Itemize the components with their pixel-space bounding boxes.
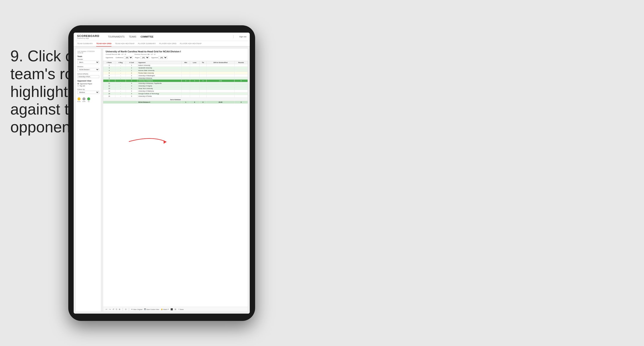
nav-tournaments[interactable]: TOURNAMENTS <box>108 35 124 38</box>
sign-out-link[interactable]: Sign out <box>239 36 246 38</box>
history-icon[interactable]: ⊕ <box>119 308 120 310</box>
table-row[interactable]: 2-1Auburn University <box>103 64 248 67</box>
cell-rank: 8 <box>103 74 115 77</box>
table-row[interactable]: 4-1Arizona State University <box>103 69 248 72</box>
clock-icon[interactable]: ⊙ <box>125 308 127 310</box>
cell-win <box>182 87 190 90</box>
top-nav: SCOREBOARD Powered by clippi TOURNAMENTS… <box>74 33 250 41</box>
nav-separator <box>234 35 234 38</box>
screen-icon[interactable]: ⬛ <box>170 308 173 310</box>
cell-tie <box>199 90 206 92</box>
cell-win <box>182 92 190 95</box>
table-row[interactable]: 6-2Florida State University <box>103 72 248 74</box>
opponent-select[interactable]: (All) <box>158 56 167 59</box>
grid-title: University of North Carolina Head-to-Hea… <box>106 50 245 53</box>
conference-label: Conference <box>116 57 123 58</box>
division-label: Division <box>77 66 99 67</box>
cell-opponent: University of Virginia <box>138 85 182 87</box>
cell-conf: 5 <box>126 80 138 82</box>
colour-by-dropdown[interactable]: Win/loss <box>77 91 99 94</box>
cell-diff <box>206 85 234 87</box>
gender-label: Gender <box>77 58 99 60</box>
refresh-icon[interactable]: ↺ <box>112 308 114 310</box>
radio-opponents-played[interactable]: Opponents Played <box>77 83 99 84</box>
school-rank-box[interactable]: University of Nort... <box>77 75 99 78</box>
opponent-view-section: Opponent View Opponents Played Top 100 <box>77 80 99 87</box>
col-win: Win <box>182 61 190 64</box>
nav-teams[interactable]: TEAMS <box>129 35 136 38</box>
out-of-division-header: Out of division <box>103 98 248 101</box>
cell-ood-tie: 0 <box>199 101 206 104</box>
cell-rank: 15 <box>103 92 115 95</box>
cell-rank: 16 <box>103 95 115 98</box>
table-row[interactable]: 12-3University of Virginia <box>103 85 248 87</box>
subnav-player-h2h-heatmap[interactable]: PLAYER H2H HEATMAP <box>180 41 202 46</box>
legend-row: Down Level Up <box>77 97 99 102</box>
region-select[interactable]: (All) <box>140 56 149 59</box>
cell-loss <box>190 92 199 95</box>
cell-reg: - <box>115 92 126 95</box>
cell-loss <box>190 67 199 69</box>
share-btn[interactable]: ↗ Share <box>178 309 184 310</box>
table-row[interactable]: 13-1Texas Tech University <box>103 87 248 90</box>
cell-opponent: University of Florida <box>138 95 182 98</box>
cell-rounds <box>234 64 248 67</box>
subnav-player-summary[interactable]: PLAYER SUMMARY <box>138 41 156 46</box>
subnav-player-h2h-grid[interactable]: PLAYER H2H GRID <box>159 41 176 46</box>
cell-reg: - <box>115 82 126 85</box>
cell-win <box>182 82 190 85</box>
cell-reg: - <box>115 87 126 90</box>
subnav-team-summary[interactable]: TEAM SUMMARY <box>77 41 93 46</box>
cell-conf: 4 <box>126 92 138 95</box>
eye-icon: 👁 <box>131 309 133 310</box>
overall-record: Overall Record: 89 - 17 - 0 <box>106 53 126 55</box>
colour-by-section: Colour by Win/loss <box>77 88 99 96</box>
legend-up: Up <box>87 97 90 102</box>
cell-conf: 2 <box>126 72 138 74</box>
table-row[interactable]: 9-3University of Arizona <box>103 77 248 80</box>
tablet-device: SCOREBOARD Powered by clippi TOURNAMENTS… <box>68 25 255 321</box>
cell-conf: 3 <box>126 85 138 87</box>
table-row[interactable]: 8-2University of Washington <box>103 74 248 77</box>
cell-diff <box>206 87 234 90</box>
table-row[interactable]: 16-3University of Florida <box>103 95 248 98</box>
left-panel: Last Updated: 27/03/2024 16:55:38 Team G… <box>75 48 101 312</box>
view-original-btn[interactable]: 👁 View: Original <box>131 309 142 310</box>
table-row[interactable]: 11-6University of Arkansas, Fayetteville <box>103 82 248 85</box>
bell-icon: 🔔 <box>161 309 163 310</box>
redo-icon[interactable]: ↪ <box>109 308 111 310</box>
toolbar-sep1 <box>122 308 123 311</box>
nav-committee[interactable]: COMMITTEE <box>140 35 153 38</box>
undo-icon[interactable]: ↩ <box>106 308 107 310</box>
records-row: Overall Record: 89 - 17 - 0 Division Rec… <box>106 53 245 55</box>
table-row[interactable]: 11-5University of Alabama3002.618 <box>103 80 248 82</box>
cell-conf: 1 <box>126 87 138 90</box>
cell-loss <box>190 69 199 72</box>
cell-conf: 2 <box>126 74 138 77</box>
col-diff: Diff Av Strokes/Rnd <box>206 61 234 64</box>
copy-icon[interactable]: ⎘ <box>116 308 117 310</box>
col-tie: Tie <box>199 61 206 64</box>
out-of-division-row[interactable]: NCAA Division II10026.003 <box>103 101 248 104</box>
cell-rounds <box>234 82 248 85</box>
h2h-table: # Rank # Reg # Conf Opponent Win Loss Ti… <box>103 61 248 104</box>
cell-opponent: University of Arizona <box>138 77 182 80</box>
table-row[interactable]: 3-2Vanderbilt University <box>103 67 248 69</box>
division-dropdown[interactable]: NCAA Division I <box>77 68 99 71</box>
cell-rounds <box>234 85 248 87</box>
cell-opponent: Auburn University <box>138 64 182 67</box>
subnav-team-h2h-heatmap[interactable]: TEAM H2H HEATMAP <box>115 41 134 46</box>
save-custom-view-btn[interactable]: 💾 Save Custom View <box>144 309 159 310</box>
cell-loss <box>190 82 199 85</box>
legend-level: Level <box>82 97 85 102</box>
radio-top100[interactable]: Top 100 <box>77 85 99 87</box>
grid-icon[interactable]: ⊞ <box>174 308 176 310</box>
table-row[interactable]: 14-2University of Oklahoma <box>103 90 248 92</box>
watch-btn[interactable]: 🔔 Watch ▾ <box>161 309 169 310</box>
table-row[interactable]: 15-4Georgia Institute of Technology <box>103 92 248 95</box>
subnav-team-h2h-grid[interactable]: TEAM H2H GRID <box>96 41 112 46</box>
gender-dropdown[interactable]: Men's <box>77 61 99 64</box>
cell-win <box>182 69 190 72</box>
cell-loss <box>190 87 199 90</box>
conference-select[interactable]: (All) <box>124 56 133 59</box>
